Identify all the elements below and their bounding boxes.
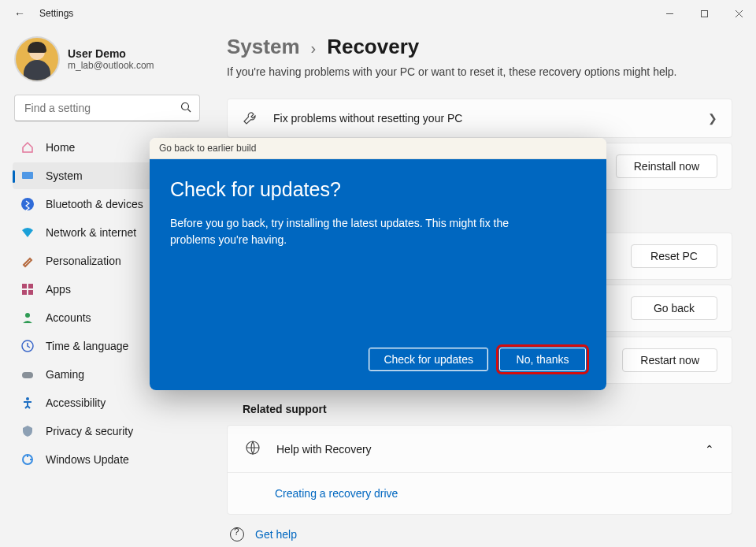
nav-home-label: Home: [46, 141, 75, 154]
svg-rect-8: [22, 284, 27, 288]
search-input[interactable]: [23, 101, 180, 115]
reinstall-now-button[interactable]: Reinstall now: [616, 154, 717, 178]
search-icon: [180, 102, 191, 115]
breadcrumb: System › Recovery: [227, 35, 732, 59]
modal-buttons: Check for updates No, thanks: [170, 348, 586, 371]
user-email: m_lab@outlook.com: [68, 60, 154, 71]
nav-gaming-label: Gaming: [46, 368, 84, 381]
breadcrumb-parent[interactable]: System: [227, 35, 300, 59]
nav-bluetooth-label: Bluetooth & devices: [46, 198, 143, 210]
card-fix-title: Fix problems without resetting your PC: [273, 112, 462, 125]
svg-point-12: [25, 313, 30, 318]
maximize-button[interactable]: [687, 0, 721, 27]
user-texts: User Demo m_lab@outlook.com: [68, 47, 154, 71]
svg-rect-9: [28, 284, 33, 288]
reset-pc-button[interactable]: Reset PC: [631, 244, 717, 268]
get-help-link[interactable]: Get help: [255, 528, 297, 541]
nav-privacy[interactable]: Privacy & security: [13, 418, 202, 445]
system-icon: [20, 169, 35, 183]
nav-accessibility-label: Accessibility: [46, 396, 106, 409]
chevron-up-icon: ⌃: [705, 443, 714, 456]
svg-rect-11: [28, 290, 33, 295]
related-support-heading: Related support: [243, 403, 732, 415]
bluetooth-icon: [20, 197, 35, 211]
intro-text: If you're having problems with your PC o…: [227, 65, 732, 78]
gaming-icon: [20, 367, 35, 381]
svg-rect-10: [22, 290, 27, 295]
apps-icon: [20, 282, 35, 296]
personalization-icon: [20, 254, 35, 268]
minimize-button[interactable]: [652, 0, 687, 27]
svg-line-5: [188, 109, 191, 112]
accounts-icon: [20, 311, 35, 325]
recovery-drive-row[interactable]: Creating a recovery drive: [228, 472, 732, 514]
nav-apps-label: Apps: [46, 283, 71, 296]
nav-update[interactable]: Windows Update: [13, 446, 202, 473]
privacy-icon: [20, 424, 35, 438]
nav-personalization-label: Personalization: [46, 255, 121, 267]
svg-rect-1: [701, 10, 707, 17]
svg-rect-14: [22, 372, 33, 378]
nav-update-label: Windows Update: [46, 453, 129, 466]
modal-body: Check for updates? Before you go back, t…: [150, 159, 606, 390]
card-fix-problems[interactable]: Fix problems without resetting your PC ❯: [227, 99, 732, 138]
svg-rect-6: [22, 172, 33, 179]
nav-accessibility[interactable]: Accessibility: [13, 389, 202, 416]
back-button[interactable]: ←: [0, 7, 39, 20]
nav-accounts-label: Accounts: [46, 311, 91, 324]
svg-point-4: [182, 102, 189, 110]
close-icon: [735, 9, 743, 18]
help-with-recovery-label: Help with Recovery: [276, 443, 372, 456]
recovery-drive-link[interactable]: Creating a recovery drive: [275, 487, 398, 500]
no-thanks-button[interactable]: No, thanks: [499, 348, 586, 371]
time-icon: [20, 339, 35, 353]
modal-body-text: Before you go back, try installing the l…: [170, 215, 556, 248]
restart-now-button[interactable]: Restart now: [622, 348, 717, 372]
related-support-panel: Help with Recovery ⌃ Creating a recovery…: [227, 425, 732, 515]
maximize-icon: [700, 9, 709, 18]
search-box[interactable]: [14, 95, 200, 121]
go-back-modal: Go back to earlier build Check for updat…: [150, 138, 606, 390]
globe-icon: [245, 440, 261, 458]
svg-point-15: [26, 397, 29, 400]
window-title: Settings: [39, 8, 652, 19]
accessibility-icon: [20, 396, 35, 410]
get-help-row[interactable]: Get help: [227, 521, 732, 541]
modal-heading: Check for updates?: [170, 178, 586, 201]
minimize-icon: [665, 9, 674, 18]
avatar: [16, 38, 58, 80]
wrench-icon: [242, 110, 258, 126]
update-icon: [20, 452, 35, 467]
chevron-right-icon: ❯: [708, 112, 717, 125]
modal-titlebar: Go back to earlier build: [150, 138, 606, 159]
breadcrumb-separator: ›: [311, 39, 317, 58]
help-with-recovery-row[interactable]: Help with Recovery ⌃: [228, 426, 732, 472]
nav-time-label: Time & language: [46, 340, 128, 352]
user-block[interactable]: User Demo m_lab@outlook.com: [13, 35, 202, 95]
nav-privacy-label: Privacy & security: [46, 425, 133, 437]
home-icon: [20, 140, 35, 154]
go-back-button[interactable]: Go back: [631, 296, 717, 320]
breadcrumb-current: Recovery: [327, 35, 419, 59]
close-button[interactable]: [721, 0, 756, 27]
user-name: User Demo: [68, 47, 154, 60]
check-for-updates-button[interactable]: Check for updates: [369, 348, 488, 371]
network-icon: [20, 225, 35, 240]
window-titlebar: ← Settings: [0, 0, 756, 27]
nav-network-label: Network & internet: [46, 226, 136, 239]
question-icon: [230, 527, 244, 541]
nav-system-label: System: [46, 169, 83, 182]
window-controls: [652, 0, 756, 27]
